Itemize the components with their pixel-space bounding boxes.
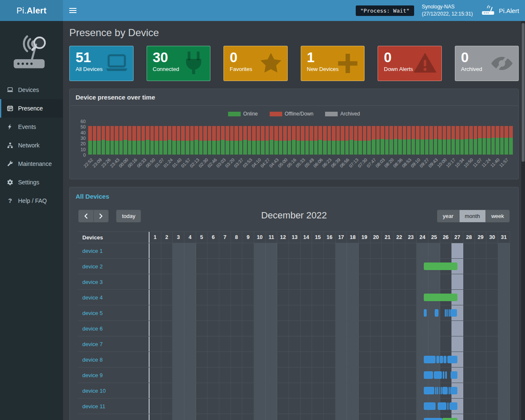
chart-bar <box>243 126 247 155</box>
view-week-button[interactable]: week <box>486 210 510 223</box>
day-cell <box>312 383 324 398</box>
chart-bar <box>385 126 389 155</box>
presence-bar[interactable] <box>440 356 443 363</box>
presence-bar[interactable] <box>424 309 427 317</box>
device-link[interactable]: device 5 <box>82 310 102 316</box>
presence-bar[interactable] <box>451 371 458 379</box>
presence-bar[interactable] <box>424 356 436 363</box>
presence-bar[interactable] <box>445 371 447 379</box>
day-cell <box>463 290 475 305</box>
device-name-cell: device 6 <box>78 321 149 336</box>
presence-bar[interactable] <box>443 371 444 379</box>
day-header: 2 <box>161 232 173 243</box>
device-link[interactable]: device 12 <box>82 419 106 420</box>
presence-bar[interactable] <box>450 387 457 394</box>
sidebar-item-events[interactable]: Events <box>0 118 63 136</box>
device-link[interactable]: device 1 <box>82 248 102 254</box>
device-link[interactable]: device 11 <box>82 403 105 410</box>
day-cell <box>231 274 243 289</box>
sidebar-item-presence[interactable]: Presence <box>0 99 63 118</box>
day-cell <box>161 336 173 352</box>
presence-bar[interactable] <box>446 309 448 317</box>
summary-card-down-alerts[interactable]: 0Down Alerts <box>378 46 442 81</box>
presence-bar[interactable] <box>424 387 434 394</box>
device-link[interactable]: device 8 <box>82 357 102 363</box>
device-link[interactable]: device 3 <box>82 279 102 285</box>
day-header: 9 <box>242 232 254 243</box>
sidebar-toggle-button[interactable] <box>63 0 82 21</box>
day-header: 1 <box>150 232 161 243</box>
presence-bar[interactable] <box>439 387 440 394</box>
day-cell <box>405 243 417 258</box>
next-button[interactable] <box>93 210 109 223</box>
day-cell <box>370 399 382 414</box>
device-link[interactable]: device 6 <box>82 326 102 332</box>
day-cell <box>382 399 394 414</box>
device-link[interactable]: device 7 <box>82 341 102 347</box>
day-header: 5 <box>196 232 208 243</box>
day-cell <box>370 414 382 420</box>
presence-bar[interactable] <box>434 371 442 379</box>
presence-bar[interactable] <box>449 402 458 410</box>
presence-bar[interactable] <box>442 418 457 420</box>
device-link[interactable]: device 9 <box>82 372 102 378</box>
presence-calendar: Devices 12345678910111213141516171819202… <box>78 231 510 420</box>
presence-bar[interactable] <box>449 387 450 394</box>
presence-bar[interactable] <box>450 309 457 317</box>
day-cell <box>370 336 382 352</box>
day-header: 18 <box>347 232 359 243</box>
summary-card-connected[interactable]: 30Connected <box>147 46 211 81</box>
view-month-button[interactable]: month <box>459 210 486 223</box>
presence-bar[interactable] <box>442 387 448 394</box>
presence-bar[interactable] <box>441 387 442 394</box>
summary-card-favorites[interactable]: 0Favorites <box>223 46 288 81</box>
presence-bar[interactable] <box>437 387 438 394</box>
presence-bar[interactable] <box>424 402 436 410</box>
chart-bar <box>341 126 344 155</box>
presence-bar[interactable] <box>435 387 436 394</box>
presence-bar[interactable] <box>424 371 433 379</box>
device-row: device 2 <box>78 259 510 274</box>
presence-bar[interactable] <box>447 356 458 363</box>
day-cell <box>196 290 208 305</box>
prev-button[interactable] <box>78 210 94 223</box>
device-timeline <box>149 399 510 414</box>
device-link[interactable]: device 10 <box>82 388 106 394</box>
day-cell <box>486 399 498 414</box>
presence-bar[interactable] <box>445 309 446 317</box>
chart-bar <box>407 126 411 155</box>
day-cell <box>336 243 347 258</box>
day-cell <box>359 259 370 274</box>
sidebar-item-settings[interactable]: Settings <box>0 173 63 192</box>
sidebar-item-maintenance[interactable]: Maintenance <box>0 155 63 173</box>
sidebar-item-network[interactable]: Network <box>0 136 63 155</box>
summary-card-all-devices[interactable]: 51All Devices <box>69 46 134 81</box>
day-cell <box>312 414 324 420</box>
presence-bar[interactable] <box>436 356 439 363</box>
device-row: device 1 <box>78 243 510 259</box>
presence-bar[interactable] <box>424 262 457 270</box>
summary-card-archived[interactable]: 0Archived <box>455 46 519 81</box>
day-cell <box>440 274 452 289</box>
brand-logo[interactable]: Pi.Alert <box>0 0 63 21</box>
presence-bar[interactable] <box>435 309 438 317</box>
device-link[interactable]: device 2 <box>82 263 102 270</box>
presence-bar[interactable] <box>438 402 446 410</box>
main-content: Presence by Device 51All Devices30Connec… <box>63 0 525 420</box>
presence-bar[interactable] <box>424 418 442 420</box>
summary-card-new-devices[interactable]: 1New Devices <box>301 46 365 81</box>
chart-bar <box>447 126 451 155</box>
presence-bar[interactable] <box>424 294 457 301</box>
presence-bar[interactable] <box>449 309 450 317</box>
chart-bar <box>279 126 283 155</box>
device-name-cell: device 11 <box>78 399 149 414</box>
presence-bar[interactable] <box>444 356 446 363</box>
presence-bar[interactable] <box>447 402 449 410</box>
scrollbar-thumb[interactable] <box>522 23 525 162</box>
sidebar-item-help-faq[interactable]: ?Help / FAQ <box>0 192 63 210</box>
day-cell <box>405 352 417 367</box>
sidebar-item-devices[interactable]: Devices <box>0 81 63 99</box>
today-button[interactable]: today <box>116 210 141 223</box>
device-link[interactable]: device 4 <box>82 294 102 301</box>
view-year-button[interactable]: year <box>437 210 459 223</box>
